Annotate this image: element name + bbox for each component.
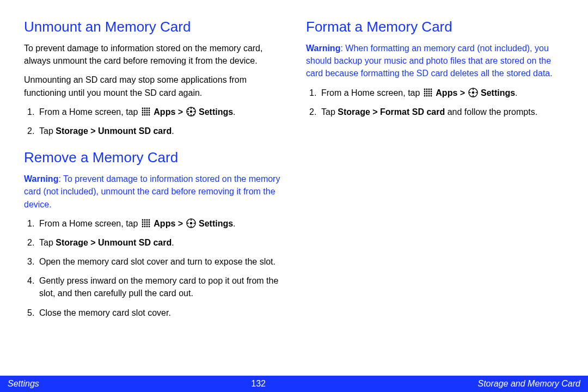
svg-point-27 <box>144 219 145 220</box>
step-text: Tap Storage > Unmount SD card. <box>39 125 282 137</box>
text-bold: Apps > <box>154 107 185 117</box>
steps-list-remove: 1. From a Home screen, tap Apps > Settin… <box>24 217 282 319</box>
svg-point-53 <box>426 90 427 92</box>
svg-point-30 <box>142 221 143 223</box>
step-number: 1. <box>24 217 39 230</box>
svg-point-1 <box>144 107 145 109</box>
text-run: and follow the prompts. <box>445 107 537 117</box>
step-text: From a Home screen, tap Apps > Settings. <box>39 106 282 118</box>
text-run: . <box>171 126 174 136</box>
manual-page: Unmount an Memory Card To prevent damage… <box>0 0 588 376</box>
step-text: Tap Storage > Format SD card and follow … <box>321 106 564 118</box>
list-item: 5. Close the memory card slot cover. <box>24 307 282 319</box>
text-bold: Storage > Format SD card <box>338 107 445 117</box>
svg-point-62 <box>428 95 430 96</box>
svg-point-13 <box>144 114 145 115</box>
warning-paragraph: Warning: When formatting an memory card … <box>306 42 564 80</box>
svg-point-61 <box>426 95 427 96</box>
warning-body: : When formatting an memory card (not in… <box>306 44 553 78</box>
svg-rect-45 <box>191 225 192 227</box>
svg-point-4 <box>142 109 143 111</box>
settings-gear-icon <box>468 88 478 97</box>
apps-grid-icon <box>141 107 151 117</box>
step-text: From a Home screen, tap Apps > Settings. <box>39 217 282 230</box>
step-number: 1. <box>24 106 39 118</box>
svg-point-5 <box>144 109 145 111</box>
text-bold: Storage > Unmount SD card <box>56 126 171 136</box>
svg-rect-18 <box>191 107 192 109</box>
svg-point-29 <box>148 219 150 220</box>
warning-paragraph: Warning: To prevent damage to informatio… <box>24 173 282 211</box>
text-run: . <box>233 219 235 228</box>
svg-point-41 <box>148 225 150 227</box>
text-bold: Settings <box>481 88 515 97</box>
warning-label: Warning <box>24 174 58 183</box>
step-number: 2. <box>306 106 321 118</box>
section-heading-remove: Remove a Memory Card <box>24 149 282 166</box>
svg-point-8 <box>142 112 143 113</box>
svg-rect-68 <box>469 92 470 93</box>
step-number: 1. <box>306 87 321 99</box>
right-column: Format a Memory Card Warning: When forma… <box>306 16 564 370</box>
text-bold: Apps > <box>436 88 467 97</box>
svg-point-52 <box>424 90 425 92</box>
list-item: 2. Tap Storage > Unmount SD card. <box>24 236 282 249</box>
left-column: Unmount an Memory Card To prevent damage… <box>24 16 282 370</box>
svg-point-12 <box>142 114 143 115</box>
svg-point-9 <box>144 112 145 113</box>
steps-list-format: 1. From a Home screen, tap Apps > Settin… <box>306 87 564 118</box>
svg-point-11 <box>148 112 150 113</box>
svg-point-28 <box>146 219 148 220</box>
step-number: 2. <box>24 125 39 137</box>
list-item: 1. From a Home screen, tap Apps > Settin… <box>24 106 282 118</box>
text-bold: Apps > <box>154 219 185 228</box>
svg-rect-21 <box>193 111 195 112</box>
svg-point-6 <box>146 109 148 111</box>
svg-point-35 <box>144 223 145 225</box>
svg-point-3 <box>148 107 150 109</box>
text-run: Tap <box>321 107 338 117</box>
paragraph: To prevent damage to information stored … <box>24 42 282 67</box>
svg-point-15 <box>148 114 150 115</box>
svg-point-10 <box>146 112 148 113</box>
svg-point-43 <box>189 222 192 224</box>
svg-point-0 <box>142 107 143 109</box>
apps-grid-icon <box>423 88 433 97</box>
text-run: Tap <box>39 238 56 247</box>
svg-point-48 <box>424 88 425 90</box>
svg-point-14 <box>146 114 148 115</box>
step-number: 3. <box>24 255 39 268</box>
text-run: From a Home screen, tap <box>321 88 422 97</box>
list-item: 2. Tap Storage > Unmount SD card. <box>24 125 282 137</box>
section-heading-format: Format a Memory Card <box>306 19 564 35</box>
svg-point-32 <box>146 221 148 223</box>
svg-point-34 <box>142 223 143 225</box>
step-number: 2. <box>24 236 39 249</box>
text-bold: Settings <box>199 107 233 117</box>
page-number: 132 <box>251 379 266 389</box>
svg-point-2 <box>146 107 148 109</box>
text-run: From a Home screen, tap <box>39 107 140 117</box>
svg-point-39 <box>144 225 145 227</box>
svg-rect-69 <box>475 92 477 93</box>
list-item: 3. Open the memory card slot cover and t… <box>24 255 282 268</box>
step-number: 5. <box>24 307 39 319</box>
step-text: Close the memory card slot cover. <box>39 307 282 319</box>
svg-point-65 <box>471 91 474 94</box>
svg-point-31 <box>144 221 145 223</box>
svg-point-36 <box>146 223 148 225</box>
text-run: . <box>171 238 174 247</box>
text-run: Tap <box>39 126 56 136</box>
footer-section-name: Settings <box>8 379 39 389</box>
list-item: 2. Tap Storage > Format SD card and foll… <box>306 106 564 118</box>
step-text: Gently press inward on the memory card t… <box>39 274 282 299</box>
settings-gear-icon <box>186 218 196 228</box>
svg-rect-47 <box>193 223 195 224</box>
svg-point-38 <box>142 225 143 227</box>
text-run: . <box>515 88 517 97</box>
svg-point-55 <box>430 90 432 92</box>
paragraph: Unmounting an SD card may stop some appl… <box>24 74 282 99</box>
step-text: Tap Storage > Unmount SD card. <box>39 236 282 249</box>
svg-point-56 <box>424 93 425 94</box>
svg-rect-66 <box>473 88 474 90</box>
